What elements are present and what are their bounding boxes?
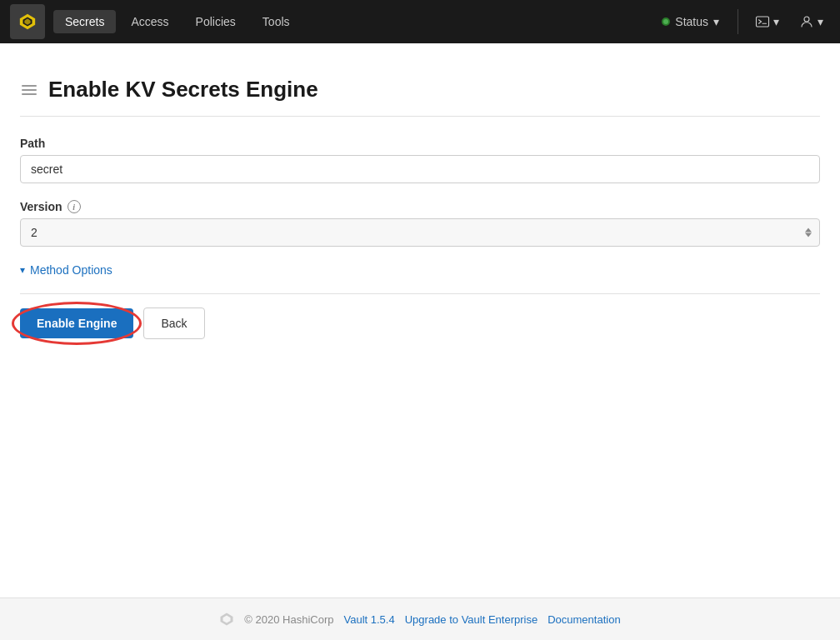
footer-vault-version[interactable]: Vault 1.5.4 <box>344 613 395 626</box>
page-header: Enable KV Secrets Engine <box>20 77 820 117</box>
nav-right: Status ▾ ▾ ▾ <box>653 9 830 34</box>
version-select-wrapper: 1 2 <box>20 218 820 247</box>
status-button[interactable]: Status ▾ <box>653 12 728 32</box>
back-button[interactable]: Back <box>143 308 204 339</box>
hashicorp-logo-icon <box>219 612 234 627</box>
main-content: Enable KV Secrets Engine Path Version i … <box>0 43 840 598</box>
version-select[interactable]: 1 2 <box>20 218 820 247</box>
footer-upgrade-link[interactable]: Upgrade to Vault Enterprise <box>405 613 538 626</box>
menu-line-1 <box>22 85 37 87</box>
status-label: Status <box>675 15 708 28</box>
svg-point-5 <box>804 17 809 22</box>
form-actions: Enable Engine Back <box>20 293 820 339</box>
path-label: Path <box>20 137 820 150</box>
menu-icon[interactable] <box>20 83 38 97</box>
status-indicator <box>662 18 670 26</box>
version-label-row: Version i <box>20 200 820 213</box>
version-group: Version i 1 2 <box>20 200 820 247</box>
svg-rect-3 <box>757 17 769 27</box>
navbar: Secrets Access Policies Tools Status ▾ ▾… <box>0 0 840 43</box>
method-options-chevron-icon: ▾ <box>20 264 25 276</box>
terminal-button[interactable]: ▾ <box>748 11 786 32</box>
path-input[interactable] <box>20 155 820 183</box>
footer: © 2020 HashiCorp Vault 1.5.4 Upgrade to … <box>0 598 840 640</box>
nav-tab-access[interactable]: Access <box>119 10 180 33</box>
menu-line-3 <box>22 93 37 95</box>
status-chevron-icon: ▾ <box>713 15 719 28</box>
enable-engine-highlight: Enable Engine <box>20 308 133 338</box>
version-label: Version <box>20 200 62 213</box>
footer-docs-link[interactable]: Documentation <box>548 613 620 626</box>
footer-logo <box>219 612 234 627</box>
nav-tab-policies[interactable]: Policies <box>184 10 248 33</box>
terminal-chevron-icon: ▾ <box>773 15 779 28</box>
user-chevron-icon: ▾ <box>818 15 823 28</box>
nav-tab-tools[interactable]: Tools <box>251 10 302 33</box>
nav-tab-secrets[interactable]: Secrets <box>53 10 116 33</box>
user-button[interactable]: ▾ <box>792 11 830 32</box>
form-section: Path Version i 1 2 ▾ Method <box>20 137 820 339</box>
app-logo[interactable] <box>10 4 45 39</box>
path-group: Path <box>20 137 820 183</box>
page-title: Enable KV Secrets Engine <box>48 77 318 102</box>
footer-copyright: © 2020 HashiCorp <box>244 613 333 626</box>
nav-divider <box>738 9 738 34</box>
menu-line-2 <box>22 89 37 91</box>
method-options-label: Method Options <box>30 263 112 277</box>
method-options-toggle[interactable]: ▾ Method Options <box>20 263 112 277</box>
version-info-icon[interactable]: i <box>68 200 81 213</box>
enable-engine-button[interactable]: Enable Engine <box>20 308 133 338</box>
